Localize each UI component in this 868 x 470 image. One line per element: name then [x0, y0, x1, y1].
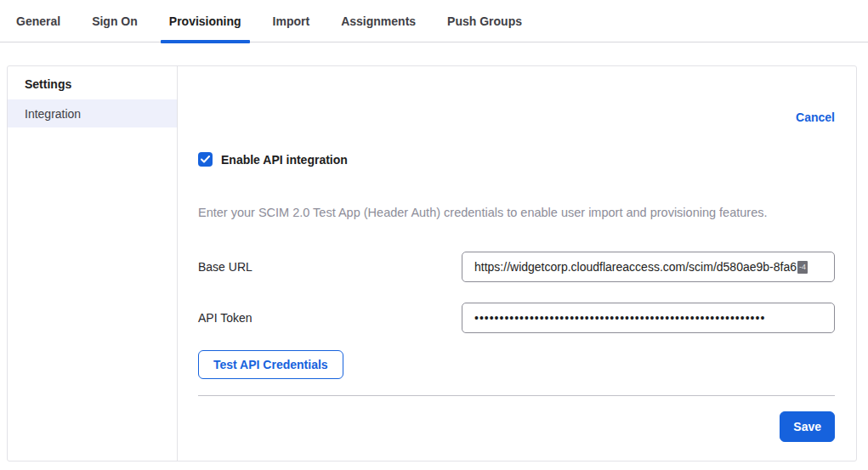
base-url-input[interactable]: https://widgetcorp.cloudflareaccess.com/…	[462, 252, 835, 282]
app-tab-bar: General Sign On Provisioning Import Assi…	[0, 0, 868, 42]
enable-api-row: Enable API integration	[198, 152, 835, 167]
sidebar-item-label: Integration	[25, 107, 81, 121]
tab-provisioning[interactable]: Provisioning	[169, 0, 241, 42]
enable-api-checkbox[interactable]	[198, 152, 213, 167]
api-token-label: API Token	[198, 311, 462, 325]
tab-assignments[interactable]: Assignments	[341, 0, 416, 42]
api-token-row: API Token ••••••••••••••••••••••••••••••…	[198, 303, 835, 333]
integration-form: Cancel Enable API integration Enter your…	[178, 66, 856, 461]
sidebar-item-integration[interactable]: Integration	[8, 99, 177, 127]
save-button[interactable]: Save	[780, 411, 835, 442]
sidebar-heading: Settings	[8, 66, 177, 99]
tab-general[interactable]: General	[16, 0, 60, 42]
api-token-input[interactable]: ••••••••••••••••••••••••••••••••••••••••…	[462, 303, 835, 333]
text-overflow-indicator: -4	[797, 261, 808, 274]
tab-push-groups[interactable]: Push Groups	[447, 0, 522, 42]
settings-sidebar: Settings Integration	[8, 66, 178, 461]
base-url-label: Base URL	[198, 260, 462, 274]
save-row: Save	[198, 411, 835, 442]
enable-api-label: Enable API integration	[221, 153, 348, 167]
tab-import[interactable]: Import	[273, 0, 310, 42]
test-api-credentials-button[interactable]: Test API Credentials	[198, 350, 343, 379]
checkmark-icon	[201, 156, 210, 163]
footer-divider	[198, 395, 835, 396]
test-credentials-row: Test API Credentials	[198, 350, 835, 379]
api-token-masked-value: ••••••••••••••••••••••••••••••••••••••••…	[474, 311, 765, 325]
provisioning-panel: Settings Integration Cancel Enable API i…	[7, 65, 857, 462]
cancel-row: Cancel	[198, 110, 835, 125]
base-url-row: Base URL https://widgetcorp.cloudflareac…	[198, 252, 835, 282]
cancel-link[interactable]: Cancel	[796, 110, 835, 124]
base-url-value: https://widgetcorp.cloudflareaccess.com/…	[474, 260, 797, 274]
tab-sign-on[interactable]: Sign On	[92, 0, 138, 42]
credentials-description: Enter your SCIM 2.0 Test App (Header Aut…	[198, 204, 835, 221]
provisioning-page: General Sign On Provisioning Import Assi…	[0, 0, 868, 470]
